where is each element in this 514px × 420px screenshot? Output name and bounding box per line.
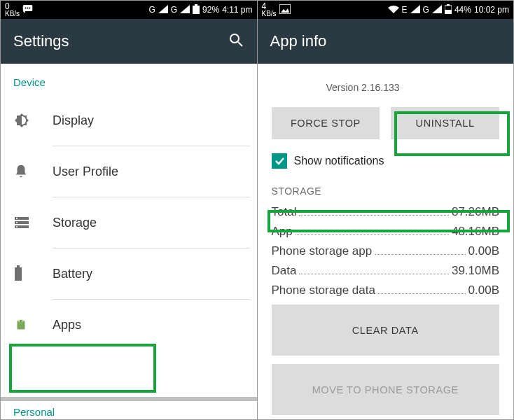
signal-icon — [158, 5, 168, 15]
app-bar: Settings — [1, 19, 257, 64]
row-apps[interactable]: Apps — [1, 300, 257, 350]
row-label: Apps — [53, 318, 81, 332]
svg-rect-22 — [447, 4, 450, 6]
svg-rect-5 — [195, 4, 197, 6]
battery-icon — [13, 265, 53, 282]
storage-row-phone-data: Phone storage data0.00B — [258, 281, 514, 300]
clear-data-button[interactable]: CLEAR DATA — [272, 304, 500, 356]
bell-icon — [13, 163, 53, 180]
brightness-icon — [13, 112, 53, 129]
page-title: Settings — [13, 32, 69, 50]
battery-icon — [193, 4, 200, 16]
svg-point-12 — [16, 222, 18, 223]
svg-point-18 — [22, 321, 24, 322]
highlight-uninstall — [394, 111, 510, 156]
row-label: Display — [53, 113, 94, 128]
page-title: App info — [270, 32, 327, 50]
battery-icon — [445, 4, 452, 16]
highlight-total — [268, 210, 510, 232]
net-type: G — [148, 5, 155, 15]
svg-line-7 — [238, 42, 242, 46]
row-label: User Profile — [53, 164, 118, 179]
checkbox-checked-icon[interactable] — [272, 153, 287, 169]
settings-screen: 0KB/s G G 92% 4:11 pm Settings Device — [1, 1, 258, 419]
app-version: Version 2.16.133 — [258, 64, 514, 103]
svg-point-13 — [16, 226, 18, 227]
svg-point-6 — [230, 34, 239, 43]
checkbox-label: Show notifications — [294, 155, 384, 167]
android-icon — [13, 316, 53, 333]
signal-icon-2 — [432, 5, 442, 15]
search-icon[interactable] — [228, 31, 244, 51]
battery-pct: 92% — [202, 5, 219, 15]
network-speed: 0KB/s — [5, 2, 20, 18]
svg-point-17 — [18, 321, 20, 322]
status-bar: 0KB/s G G 92% 4:11 pm — [1, 1, 257, 19]
section-personal: Personal — [13, 406, 55, 418]
network-speed: 4KB/s — [262, 2, 277, 18]
highlight-apps — [9, 344, 156, 393]
svg-rect-15 — [17, 265, 20, 267]
svg-point-2 — [27, 7, 29, 8]
storage-row-phone-app: Phone storage app0.00B — [258, 241, 514, 261]
svg-rect-21 — [445, 10, 452, 14]
svg-rect-16 — [18, 323, 25, 329]
section-device: Device — [1, 64, 257, 95]
svg-rect-14 — [15, 267, 22, 281]
move-to-phone-storage-button: MOVE TO PHONE STORAGE — [272, 364, 500, 415]
net-type-2: G — [171, 5, 177, 15]
row-label: Battery — [53, 267, 92, 281]
row-display[interactable]: Display — [1, 95, 257, 146]
image-icon — [279, 4, 291, 16]
row-label: Storage — [53, 216, 97, 230]
row-storage[interactable]: Storage — [1, 197, 257, 248]
storage-row-data: Data39.10MB — [258, 261, 514, 281]
net-type-2: G — [423, 5, 429, 15]
storage-icon — [13, 216, 53, 230]
app-bar: App info — [258, 19, 514, 64]
svg-point-1 — [25, 7, 27, 8]
svg-point-3 — [29, 7, 31, 8]
svg-rect-4 — [193, 6, 200, 14]
clock: 10:02 pm — [474, 5, 509, 15]
force-stop-button[interactable]: FORCE STOP — [272, 107, 380, 139]
signal-icon-2 — [180, 5, 190, 15]
storage-heading: STORAGE — [258, 174, 514, 202]
app-info-screen: 4KB/s E G 44% 10:02 pm App info Version … — [258, 1, 514, 419]
row-battery[interactable]: Battery — [1, 248, 257, 299]
status-bar: 4KB/s E G 44% 10:02 pm — [258, 1, 514, 19]
net-type: E — [402, 5, 408, 15]
signal-icon — [410, 5, 420, 15]
sms-icon — [22, 4, 35, 16]
row-user-profile[interactable]: User Profile — [1, 146, 257, 197]
clock: 4:11 pm — [222, 5, 252, 15]
wifi-icon — [388, 5, 399, 15]
scroll-indicator — [1, 397, 257, 401]
svg-point-11 — [16, 218, 18, 219]
battery-pct: 44% — [454, 5, 471, 15]
